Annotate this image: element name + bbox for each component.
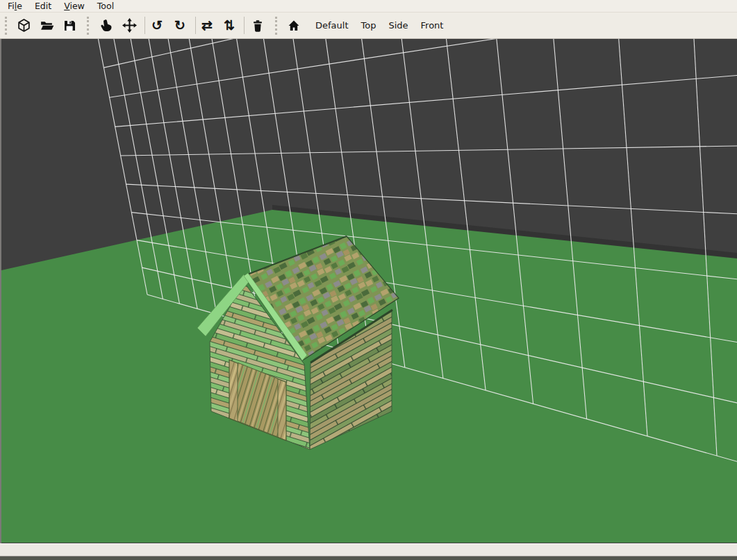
swap-vertical-icon: ⇅ (224, 19, 235, 32)
cube-icon (17, 18, 31, 33)
save-button[interactable] (60, 15, 78, 36)
delete-button[interactable] (249, 15, 267, 36)
menu-edit[interactable]: Edit (28, 0, 58, 12)
toolbar-grip-handle[interactable] (87, 17, 90, 35)
menu-view[interactable]: View (58, 0, 91, 12)
toolbar-separator (244, 17, 245, 34)
toolbar-separator (195, 17, 196, 34)
window-bottom-edge (0, 557, 737, 560)
scene-render (1, 39, 737, 543)
rotate-cw-icon: ↻ (174, 19, 185, 32)
statusbar (0, 543, 737, 560)
new-model-button[interactable] (15, 15, 33, 36)
toolbar: ↺ ↻ ⇄ ⇅ (0, 13, 737, 39)
swap-horizontal-icon: ⇄ (201, 19, 213, 32)
toolbar-separator (144, 17, 145, 34)
view-default-button[interactable]: Default (311, 17, 353, 33)
trash-icon (251, 19, 265, 33)
flip-horizontal-button[interactable]: ⇄ (198, 15, 216, 36)
viewport-canvas[interactable] (0, 39, 737, 543)
toolbar-grip-handle[interactable] (5, 17, 8, 35)
rotate-cw-button[interactable]: ↻ (171, 15, 189, 36)
save-floppy-icon (63, 19, 76, 33)
hand-pointer-icon (99, 19, 113, 33)
app-window: File Edit View Tool (0, 0, 737, 560)
rotate-ccw-button[interactable]: ↺ (148, 15, 166, 36)
rotate-ccw-icon: ↺ (151, 19, 163, 32)
move-tool-button[interactable] (120, 15, 138, 36)
flip-vertical-button[interactable]: ⇅ (220, 15, 238, 36)
home-icon (287, 19, 301, 33)
move-arrows-icon (122, 18, 137, 33)
toolbar-grip-handle[interactable] (275, 17, 279, 35)
statusbar-text (0, 543, 737, 556)
open-button[interactable] (38, 15, 56, 36)
view-front-button[interactable]: Front (417, 17, 448, 33)
open-folder-icon (40, 18, 54, 33)
view-side-button[interactable]: Side (384, 17, 412, 33)
view-top-button[interactable]: Top (357, 17, 381, 33)
menu-tool[interactable]: Tool (91, 0, 120, 12)
menubar: File Edit View Tool (0, 0, 737, 13)
home-view-button[interactable] (285, 15, 303, 36)
select-tool-button[interactable] (97, 15, 115, 36)
menu-file[interactable]: File (1, 0, 28, 12)
